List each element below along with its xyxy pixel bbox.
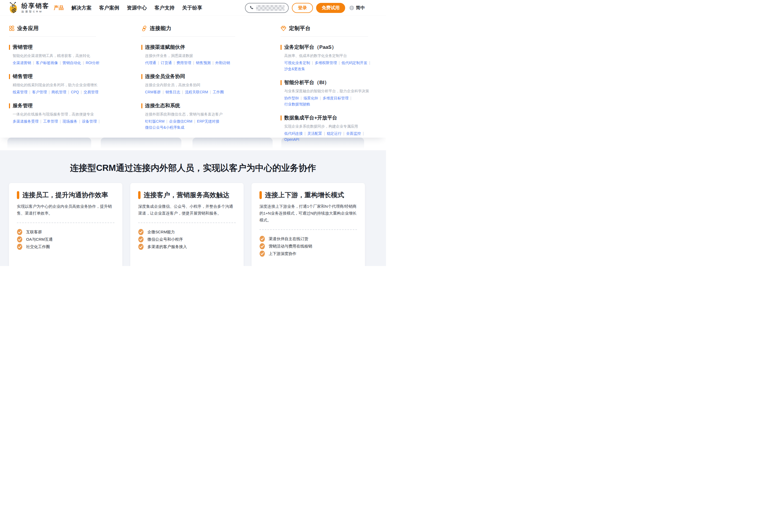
nav-item-cases[interactable]: 客户案例: [99, 4, 119, 11]
menu-link[interactable]: 费用管理: [176, 61, 191, 65]
section-marker: [9, 74, 10, 79]
nav-item-solutions[interactable]: 解决方案: [71, 4, 91, 11]
card-divider: [17, 223, 114, 223]
menu-link[interactable]: 多维度目标管理: [323, 96, 349, 100]
link-separator: |: [83, 61, 84, 65]
menu-section-links: 全渠道营销|客户标签画像|营销自动化|ROI分析: [13, 60, 96, 66]
menu-link[interactable]: 多渠道服务受理: [13, 119, 38, 123]
menu-column-connect-capabilities: 连接能力 连接渠道赋能伙伴 连接伙伴业务，洞悉渠道数据 代理通|订货通|费用管理…: [141, 16, 235, 138]
menu-link[interactable]: 低代码连接: [284, 131, 303, 136]
card-title: 连接上下游，重构增长模式: [259, 190, 357, 199]
check-icon: [259, 250, 265, 257]
check-icon: [17, 229, 22, 235]
menu-link[interactable]: 钉钉版CRM: [145, 119, 165, 123]
section-marker: [281, 45, 282, 50]
menu-link[interactable]: 交易管理: [84, 90, 98, 94]
nav-item-support[interactable]: 客户支持: [155, 4, 175, 11]
menu-link[interactable]: 多维权限管理: [315, 61, 337, 65]
menu-link[interactable]: 现场服务: [62, 119, 77, 123]
menu-link[interactable]: 可视化业务定制: [284, 61, 310, 65]
menu-link[interactable]: ROI分析: [86, 61, 100, 65]
link-icon: [141, 26, 147, 31]
column-sections: 营销管理 智能化的全渠道营销工具，精准获客，高效转化 全渠道营销|客户标签画像|…: [9, 44, 96, 124]
link-separator: |: [40, 119, 41, 123]
menu-link[interactable]: CRM客群: [145, 90, 161, 94]
menu-column-custom-platform: 定制平台 业务定制平台（PaaS） 高效率、低成本的数字化业务定制平台 可视化业…: [281, 16, 368, 150]
menu-link[interactable]: 代理通: [145, 61, 156, 65]
menu-section-links: 可视化业务定制|多维权限管理|低代码定制开发|沙盒&更改集: [284, 60, 368, 72]
menu-section: 服务管理 一体化的在线服务与现场服务管理，高效便捷专业 多渠道服务受理|工单管理…: [9, 102, 96, 124]
hero-section: 连接型CRM通过连接内外部人员，实现以客户为中心的业务协作 连接员工，提升沟通协…: [0, 150, 386, 266]
menu-section-title[interactable]: 数据集成平台+开放平台: [281, 114, 368, 121]
menu-section: 销售管理 精细化的线索到现金的业务闭环，助力企业业绩增长 线索管理|客户管理|商…: [9, 73, 96, 95]
language-switcher[interactable]: 简中: [349, 5, 365, 11]
link-separator: |: [60, 119, 61, 123]
menu-link[interactable]: 线索管理: [13, 90, 27, 94]
logo[interactable]: 纷享销客 连接型CRM: [8, 2, 49, 14]
menu-link[interactable]: 企业微信CRM: [169, 119, 192, 123]
menu-link[interactable]: 微信公众号&小程序集成: [145, 125, 184, 129]
menu-section-links: 协作型BI|场景化BI|多维度目标管理|行业数据驾驶舱: [284, 95, 368, 107]
menu-section: 营销管理 智能化的全渠道营销工具，精准获客，高效转化 全渠道营销|客户标签画像|…: [9, 44, 96, 66]
column-divider: [141, 36, 235, 37]
card-desc: 深度集成企业微信、公众号、小程序，并整合多个沟通渠道，让企业直连客户，便捷开展营…: [138, 203, 236, 217]
menu-link[interactable]: 全面监控: [346, 131, 361, 136]
menu-link[interactable]: 商机管理: [51, 90, 66, 94]
menu-section-title[interactable]: 智能分析平台（BI）: [281, 79, 368, 86]
menu-link[interactable]: CPQ: [71, 90, 79, 94]
menu-link[interactable]: 稳定运行: [327, 131, 341, 136]
menu-link-line: 低代码连接|灵活配置|稳定运行|全面监控|: [284, 130, 368, 137]
menu-section-title[interactable]: 销售管理: [9, 73, 96, 80]
menu-link[interactable]: 工作圈: [213, 90, 224, 94]
menu-link[interactable]: 全渠道营销: [13, 61, 31, 65]
menu-section-title[interactable]: 连接生态和系统: [141, 102, 235, 109]
menu-link[interactable]: 协作型BI: [284, 96, 299, 100]
menu-section-title[interactable]: 连接全员业务协同: [141, 73, 235, 80]
menu-link[interactable]: 销售预测: [196, 61, 211, 65]
feature-cards-row: 连接员工，提升沟通协作效率 实现以客户为中心的企业内全员高效业务协作，提升销售、…: [9, 183, 365, 266]
menu-link[interactable]: 营销自动化: [62, 61, 81, 65]
menu-section-title[interactable]: 连接渠道赋能伙伴: [141, 44, 235, 51]
menu-section-desc: 与业务深度融合的智能分析平台，助力企业科学决策: [284, 88, 368, 94]
menu-section-title[interactable]: 营销管理: [9, 44, 96, 51]
card-desc: 深度连接上下游业务，打通1个厂家和N个代理商/经销商的1+N业务连接模式，可通过…: [259, 203, 357, 224]
phone-pill[interactable]: [245, 3, 289, 13]
link-separator: |: [99, 119, 100, 123]
column-sections: 连接渠道赋能伙伴 连接伙伴业务，洞悉渠道数据 代理通|订货通|费用管理|销售预测…: [141, 44, 235, 130]
menu-link[interactable]: 设备管理: [82, 119, 97, 123]
menu-link[interactable]: 销售日志: [166, 90, 180, 94]
menu-section-desc: 高效率、低成本的数字化业务定制平台: [284, 53, 368, 58]
menu-section-links: CRM客群|销售日志|流程关联CRM|工作圈: [145, 89, 235, 95]
menu-link[interactable]: 流程关联CRM: [185, 90, 208, 94]
menu-link[interactable]: 客户标签画像: [36, 61, 58, 65]
nav-item-products[interactable]: 产品: [54, 4, 64, 11]
nav-item-resources[interactable]: 资源中心: [127, 4, 147, 11]
menu-link[interactable]: 行业数据驾驶舱: [284, 102, 310, 106]
menu-link[interactable]: 外勤访销: [215, 61, 230, 65]
feature-list: 渠道伙伴自主在线订货 营销活动与费用在线核销 上下游深度协作: [259, 235, 357, 257]
column-header: 连接能力: [141, 25, 235, 32]
menu-link[interactable]: 客户管理: [32, 90, 47, 94]
free-trial-button[interactable]: 免费试用: [316, 3, 345, 13]
menu-link[interactable]: ERP无缝对接: [197, 119, 219, 123]
link-separator: |: [163, 90, 164, 94]
check-icon: [138, 229, 144, 235]
menu-link[interactable]: 沙盒&更改集: [284, 67, 305, 71]
menu-link[interactable]: 订货通: [161, 61, 172, 65]
column-divider: [281, 36, 368, 37]
section-marker: [9, 45, 10, 50]
menu-column-business-apps: 业务应用 营销管理 智能化的全渠道营销工具，精准获客，高效转化 全渠道营销|客户…: [9, 16, 96, 132]
menu-link[interactable]: 场景化BI: [303, 96, 318, 100]
menu-section-title[interactable]: 业务定制平台（PaaS）: [281, 44, 368, 51]
login-button[interactable]: 登录: [292, 3, 313, 13]
nav-item-about[interactable]: 关于纷享: [182, 4, 202, 11]
menu-link[interactable]: 低代码定制开发: [341, 61, 367, 65]
menu-link[interactable]: 灵活配置: [307, 131, 322, 136]
menu-section-links: 钉钉版CRM|企业微信CRM|ERP无缝对接微信公众号&小程序集成: [145, 118, 235, 130]
check-icon: [17, 244, 22, 250]
menu-link[interactable]: 工单管理: [43, 119, 58, 123]
menu-section-title[interactable]: 服务管理: [9, 102, 96, 109]
menu-link-line: 行业数据驾驶舱: [284, 101, 368, 107]
menu-link-line: CRM客群|销售日志|流程关联CRM|工作圈: [145, 89, 235, 95]
menu-link[interactable]: OpenAPI: [284, 137, 299, 142]
